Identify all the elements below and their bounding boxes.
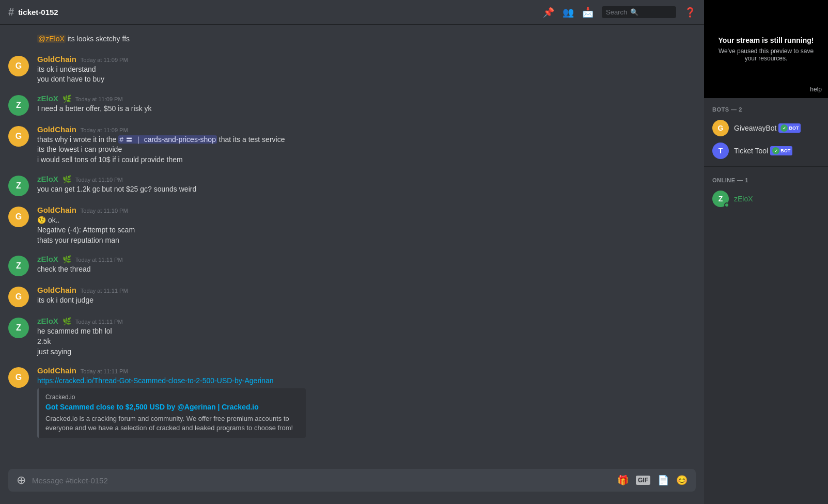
message-group: Z zEloX 🌿 Today at 11:09 PM I need a bet… [0, 92, 704, 117]
timestamp: Today at 11:09 PM [75, 96, 123, 102]
message-partial-text: its looks sketchy ffs [68, 35, 130, 43]
separator [704, 166, 828, 167]
members-icon[interactable]: 👥 [563, 7, 574, 18]
message-input-area: ⊕ 🎁 GIF 📄 😊 [0, 469, 704, 504]
input-icons: 🎁 GIF 📄 😊 [617, 475, 688, 486]
message-text: 2.5k [37, 337, 696, 347]
search-box[interactable]: Search 🔍 [602, 6, 676, 18]
message-text: just saying [37, 347, 696, 357]
inbox-icon[interactable]: 📩 [582, 7, 593, 18]
messages-container: @zEloX its looks sketchy ffs G GoldChain… [0, 25, 704, 469]
stream-overlay: Your stream is still running! We've paus… [704, 0, 828, 98]
message-header: zEloX 🌿 Today at 11:09 PM [37, 94, 696, 103]
timestamp: Today at 11:09 PM [81, 57, 128, 63]
message-group: @zEloX its looks sketchy ffs [0, 33, 704, 45]
timestamp: Today at 11:11 PM [75, 319, 123, 325]
message-group: Z zEloX 🌿 Today at 11:10 PM you can get … [0, 172, 704, 197]
bot-item-tickettool[interactable]: T Ticket Tool ✓ BOT [708, 139, 824, 162]
pin-icon[interactable]: 📌 [543, 7, 554, 18]
bot-avatar: G [712, 120, 729, 136]
username[interactable]: GoldChain [37, 366, 76, 375]
message-content: zEloX 🌿 Today at 11:11 PM check the thre… [37, 255, 696, 276]
message-header: GoldChain Today at 11:09 PM [37, 125, 696, 134]
emoji-icon[interactable]: 😊 [676, 475, 688, 486]
stream-help[interactable]: help [810, 86, 822, 93]
message-text: @zEloX its looks sketchy ffs [37, 34, 696, 44]
search-placeholder: Search [606, 8, 627, 16]
embed-title[interactable]: Got Scammed close to $2,500 USD by @Ager… [45, 403, 300, 411]
zelox-badge: 🌿 [63, 255, 71, 263]
username[interactable]: GoldChain [37, 125, 76, 134]
chat-header: # ticket-0152 📌 👥 📩 Search 🔍 ❓ [0, 0, 704, 25]
message-text: thats your reputation man [37, 235, 696, 246]
stream-title: Your stream is still running! [718, 36, 814, 44]
verified-check-icon: ✓ [772, 147, 779, 154]
avatar: Z [8, 256, 29, 276]
bot-info: Ticket Tool ✓ BOT [734, 146, 792, 155]
avatar: G [8, 56, 29, 76]
message-header: GoldChain Today at 11:11 PM [37, 366, 696, 375]
member-name: zEloX [734, 195, 753, 203]
gift-icon[interactable]: 🎁 [617, 475, 629, 486]
stream-subtitle: We've paused this preview to save your r… [712, 48, 820, 62]
avatar: G [8, 367, 29, 388]
message-text: you dont have to buy [37, 74, 696, 85]
bots-category-label: BOTS — 2 [708, 104, 824, 115]
stream-preview: Your stream is still running! We've paus… [704, 0, 828, 98]
message-header: zEloX 🌿 Today at 11:11 PM [37, 317, 696, 325]
username[interactable]: zEloX [37, 255, 58, 263]
right-sidebar: Your stream is still running! We've paus… [704, 0, 828, 504]
message-text: i would sell tons of 10$ if i could prov… [37, 155, 696, 165]
message-group: Z zEloX 🌿 Today at 11:11 PM he scammed m… [0, 314, 704, 358]
embed: Cracked.io Got Scammed close to $2,500 U… [37, 388, 306, 438]
sticker-icon[interactable]: 📄 [658, 475, 669, 486]
message-content: GoldChain Today at 11:10 PM 🤨 ok.. Negat… [37, 206, 696, 246]
search-icon: 🔍 [630, 8, 638, 16]
message-group: G GoldChain Today at 11:11 PM its ok i d… [0, 284, 704, 308]
header-icons: 📌 👥 📩 Search 🔍 ❓ [543, 6, 696, 18]
username[interactable]: GoldChain [37, 55, 76, 64]
username[interactable]: zEloX [37, 175, 58, 183]
help-icon[interactable]: ❓ [684, 7, 696, 18]
avatar: Z [8, 176, 29, 196]
message-text: check the thread [37, 264, 696, 275]
message-content: zEloX 🌿 Today at 11:11 PM he scammed me … [37, 317, 696, 357]
zelox-badge: 🌿 [63, 317, 71, 325]
message-content: zEloX 🌿 Today at 11:10 PM you can get 1.… [37, 175, 696, 196]
username[interactable]: GoldChain [37, 286, 76, 294]
message-content: GoldChain Today at 11:11 PM its ok i don… [37, 286, 696, 307]
username[interactable]: zEloX [37, 94, 58, 103]
message-text: I need a better offer, $50 is a risk yk [37, 104, 696, 114]
username[interactable]: GoldChain [37, 206, 76, 214]
message-input-box: ⊕ 🎁 GIF 📄 😊 [8, 469, 696, 492]
message-group: Z zEloX 🌿 Today at 11:11 PM check the th… [0, 253, 704, 277]
message-group: G GoldChain Today at 11:10 PM 🤨 ok.. Neg… [0, 203, 704, 247]
message-content: zEloX 🌿 Today at 11:09 PM I need a bette… [37, 94, 696, 116]
channel-link[interactable]: # 〓 ｜ cards-and-prices-shop [118, 135, 217, 144]
message-input[interactable] [32, 476, 611, 485]
message-text: 🤨 ok.. [37, 215, 696, 226]
avatar: G [8, 287, 29, 307]
timestamp: Today at 11:11 PM [81, 288, 128, 294]
avatar: G [8, 207, 29, 227]
avatar: Z [8, 95, 29, 116]
avatar: G [8, 126, 29, 147]
bot-name: Ticket Tool [734, 147, 768, 155]
embed-link[interactable]: https://cracked.io/Thread-Got-Scammed-cl… [37, 376, 274, 385]
add-attachment-button[interactable]: ⊕ [17, 474, 26, 487]
bot-item-giveawaybot[interactable]: G GiveawayBot ✓ BOT [708, 117, 824, 139]
message-header: GoldChain Today at 11:10 PM [37, 206, 696, 214]
message-content: @zEloX its looks sketchy ffs [37, 34, 696, 44]
timestamp: Today at 11:10 PM [81, 208, 128, 214]
online-category-label: ONLINE — 1 [708, 175, 824, 185]
username[interactable]: zEloX [37, 317, 58, 325]
bot-name: GiveawayBot [734, 124, 776, 132]
embed-provider: Cracked.io [45, 393, 300, 401]
message-text: its the lowest i can provide [37, 145, 696, 155]
timestamp: Today at 11:09 PM [81, 127, 128, 133]
verified-check-icon: ✓ [780, 124, 788, 132]
embed-description: Cracked.io is a cracking forum and commu… [45, 414, 300, 433]
message-group: G GoldChain Today at 11:09 PM thats why … [0, 123, 704, 166]
member-item-zelox[interactable]: Z zEloX [708, 187, 824, 210]
gif-icon[interactable]: GIF [636, 476, 650, 485]
